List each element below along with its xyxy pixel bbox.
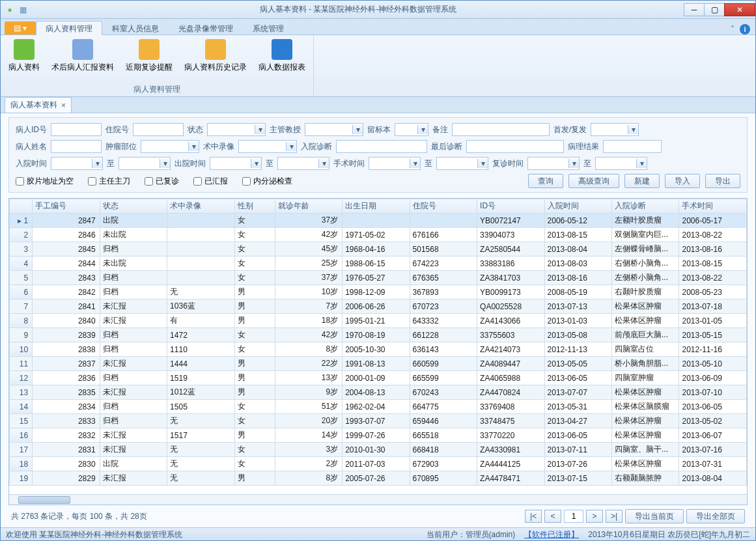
column-header[interactable]: 状态 bbox=[100, 199, 167, 214]
table-row[interactable]: 182830出院无女2岁2011-07-03672903ZA4444125201… bbox=[10, 457, 747, 471]
table-row[interactable]: 142834归档1505女51岁1962-02-0466477533769408… bbox=[10, 400, 747, 414]
input-patient-id[interactable] bbox=[51, 123, 102, 136]
column-header[interactable]: 入院诊断 bbox=[612, 199, 679, 214]
maximize-button[interactable]: ▢ bbox=[704, 3, 725, 16]
combo-first-recur[interactable]: ▾ bbox=[591, 123, 639, 136]
table-row[interactable]: 112837未汇报1444男22岁1991-08-13660599ZA40894… bbox=[10, 357, 747, 371]
export-all-pages-button[interactable]: 导出全部页 bbox=[686, 509, 745, 523]
first-page-button[interactable]: |< bbox=[525, 510, 542, 523]
column-header[interactable]: 出生日期 bbox=[343, 199, 410, 214]
date-surgery-to[interactable]: ▾ bbox=[436, 157, 488, 170]
ribbon-collapse-icon[interactable]: ˄ bbox=[731, 25, 735, 34]
date-admit-to[interactable]: ▾ bbox=[119, 157, 171, 170]
ribbon-tab-1[interactable]: 科室人员信息 bbox=[102, 21, 169, 35]
table-row[interactable]: 102838归档1110女8岁2005-10-30636143ZA4214073… bbox=[10, 342, 747, 357]
ribbon-item-0[interactable]: 病人资料 bbox=[6, 38, 42, 83]
app-user-icon[interactable]: ● bbox=[5, 5, 15, 15]
checkbox-4[interactable]: 内分泌检查 bbox=[242, 176, 292, 187]
data-table[interactable]: 手工编号状态术中录像性别就诊年龄出生日期住院号ID号入院时间入院诊断手术时间▸ … bbox=[9, 199, 747, 486]
table-row[interactable]: 52843归档女37岁1976-05-27676365ZA38417032013… bbox=[10, 271, 747, 285]
import-button[interactable]: 导入 bbox=[665, 174, 700, 188]
column-header[interactable]: 性别 bbox=[234, 199, 275, 214]
table-row[interactable]: 172831未汇报无女3岁2010-01-30668418ZA433098120… bbox=[10, 443, 747, 457]
ribbon-item-2[interactable]: 近期复诊提醒 bbox=[123, 38, 175, 83]
next-page-button[interactable]: > bbox=[586, 510, 603, 523]
combo-specimen[interactable]: ▾ bbox=[395, 123, 428, 136]
column-header[interactable]: 住院号 bbox=[410, 199, 477, 214]
app-grid-icon[interactable]: ▦ bbox=[18, 5, 28, 15]
prev-page-button[interactable]: < bbox=[544, 510, 561, 523]
combo-op-video[interactable]: ▾ bbox=[238, 140, 297, 153]
advanced-query-button[interactable]: 高级查询 bbox=[568, 174, 619, 188]
label-revisit-time: 复诊时间 bbox=[492, 158, 524, 169]
table-row[interactable]: 62842归档无男10岁1998-12-09367893YB0099173200… bbox=[10, 285, 747, 299]
table-row[interactable]: ▸ 12847出院女37岁YB00721472006-05-12左额叶胶质瘤20… bbox=[10, 214, 747, 228]
date-surgery-from[interactable]: ▾ bbox=[369, 157, 421, 170]
document-tab-patient-basic[interactable]: 病人基本资料 × bbox=[5, 97, 72, 113]
label-to-1: 至 bbox=[107, 158, 115, 169]
label-discharge-time: 出院时间 bbox=[175, 158, 206, 169]
checkbox-3[interactable]: 已汇报 bbox=[193, 176, 228, 187]
table-row[interactable]: 152833归档无女20岁1993-07-0765944633748475201… bbox=[10, 414, 747, 428]
combo-professor[interactable]: ▾ bbox=[305, 123, 363, 136]
input-remark[interactable] bbox=[452, 123, 550, 136]
input-inpatient-no[interactable] bbox=[133, 123, 184, 136]
last-page-button[interactable]: >| bbox=[606, 510, 623, 523]
checkbox-0[interactable]: 胶片地址为空 bbox=[16, 176, 74, 187]
table-row[interactable]: 132835未汇报1012蓝男9岁2004-08-13670243ZA44708… bbox=[10, 385, 747, 400]
table-row[interactable]: 162832未汇报1517男14岁1999-07-266655183377022… bbox=[10, 428, 747, 443]
page-number-input[interactable] bbox=[564, 510, 583, 523]
column-header[interactable]: 手工编号 bbox=[33, 199, 100, 214]
table-row[interactable]: 42844未出院女25岁1988-06-15674223338831862013… bbox=[10, 257, 747, 271]
close-tab-icon[interactable]: × bbox=[61, 101, 66, 110]
input-last-diag[interactable] bbox=[466, 140, 564, 153]
combo-tumor-site[interactable]: ▾ bbox=[141, 140, 199, 153]
input-path-result[interactable] bbox=[603, 140, 662, 153]
column-header[interactable]: 术中录像 bbox=[167, 199, 234, 214]
date-revisit-from[interactable]: ▾ bbox=[527, 157, 580, 170]
file-menu-button[interactable]: ▤ ▾ bbox=[5, 21, 36, 35]
new-button[interactable]: 新建 bbox=[624, 174, 660, 188]
column-header[interactable]: 入院时间 bbox=[544, 199, 611, 214]
ribbon-icon bbox=[272, 39, 292, 60]
input-patient-name[interactable] bbox=[51, 140, 102, 153]
horizontal-scrollbar[interactable] bbox=[9, 494, 747, 505]
ribbon-tab-0[interactable]: 病人资料管理 bbox=[36, 21, 102, 35]
status-registered-link[interactable]: 【软件已注册】 bbox=[524, 529, 579, 540]
ribbon-item-4[interactable]: 病人数据报表 bbox=[256, 38, 308, 83]
date-revisit-to[interactable]: ▾ bbox=[595, 157, 647, 170]
date-admit-from[interactable]: ▾ bbox=[51, 157, 103, 170]
content-area: 病人ID号 住院号 状态 ▾ 主管教授 ▾ 留标本 ▾ 备注 首发/复发 ▾ 病… bbox=[1, 113, 755, 527]
document-tabs: 病人基本资料 × bbox=[1, 97, 755, 113]
input-admit-diag[interactable] bbox=[336, 140, 427, 153]
table-row[interactable]: 72841未汇报1036蓝男7岁2006-06-26670723QA002552… bbox=[10, 299, 747, 314]
minimize-button[interactable]: ─ bbox=[684, 3, 705, 16]
export-current-page-button[interactable]: 导出当前页 bbox=[625, 509, 684, 523]
column-header[interactable]: 就诊年龄 bbox=[275, 199, 342, 214]
ribbon-item-3[interactable]: 病人资料历史记录 bbox=[182, 38, 249, 83]
close-button[interactable]: ✕ bbox=[724, 3, 755, 16]
table-row[interactable]: 22846未出院女42岁1971-05-02676166339040732013… bbox=[10, 228, 747, 242]
table-row[interactable]: 122836归档1519男13岁2000-01-09665599ZA406598… bbox=[10, 371, 747, 385]
ribbon-tab-3[interactable]: 系统管理 bbox=[243, 21, 294, 35]
status-bar: 欢迎使用 某某医院神经外科-神经外科数据管理系统 当前用户：管理员(admin)… bbox=[1, 527, 755, 541]
query-button[interactable]: 查询 bbox=[528, 174, 563, 188]
column-header[interactable]: 手术时间 bbox=[679, 199, 747, 214]
ribbon-tab-2[interactable]: 光盘录像带管理 bbox=[169, 21, 243, 35]
checkbox-2[interactable]: 已复诊 bbox=[145, 176, 179, 187]
label-last-diag: 最后诊断 bbox=[431, 141, 462, 152]
table-row[interactable]: 32845归档女45岁1968-04-16501568ZA25805442013… bbox=[10, 242, 747, 257]
ribbon-item-1[interactable]: 术后病人汇报资料 bbox=[49, 38, 117, 83]
table-row[interactable]: 92839归档1472女42岁1970-08-19661228337556032… bbox=[10, 328, 747, 342]
label-patient-name: 病人姓名 bbox=[16, 141, 47, 152]
date-discharge-from[interactable]: ▾ bbox=[210, 157, 262, 170]
combo-status[interactable]: ▾ bbox=[207, 123, 266, 136]
table-row[interactable]: 82840未汇报有男18岁1995-01-21643332ZA414306620… bbox=[10, 314, 747, 328]
help-icon[interactable]: i bbox=[740, 24, 750, 35]
ribbon-tabs: ▤ ▾ 病人资料管理科室人员信息光盘录像带管理系统管理 ˄ i bbox=[1, 19, 755, 35]
table-row[interactable]: 192829未汇报无男8岁2005-07-26670895ZA447847120… bbox=[10, 471, 747, 486]
checkbox-1[interactable]: 主任主刀 bbox=[88, 176, 130, 187]
export-button[interactable]: 导出 bbox=[705, 174, 740, 188]
column-header[interactable]: ID号 bbox=[477, 199, 544, 214]
date-discharge-to[interactable]: ▾ bbox=[277, 157, 329, 170]
